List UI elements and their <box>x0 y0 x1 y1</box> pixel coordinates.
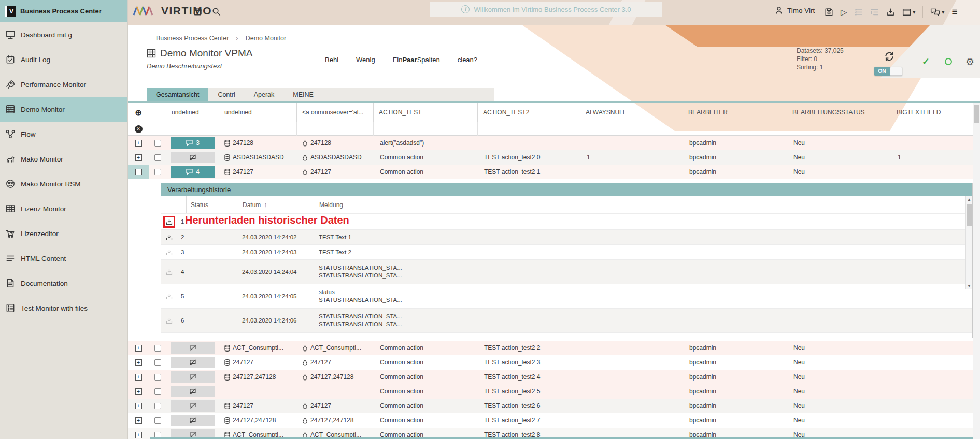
tab-meine[interactable]: MEINE <box>283 88 323 101</box>
einpaarspalten-button[interactable]: EinPaarSpalten <box>393 56 440 64</box>
expand-row-icon[interactable]: + <box>135 432 142 438</box>
row-checkbox[interactable] <box>154 359 161 366</box>
detail-column-datum[interactable]: Datum↑ <box>238 196 315 213</box>
filter-input[interactable] <box>580 122 683 136</box>
sidebar-item-mako-monitor[interactable]: Mako Monitor <box>0 147 127 171</box>
sidebar-item-html-content[interactable]: HTML Content <box>0 246 127 271</box>
table-row[interactable]: + 247127 247127 Common action TEST actio… <box>128 355 980 370</box>
expand-row-icon[interactable]: + <box>135 417 142 424</box>
sidebar-item-lizenzeditor[interactable]: Lizenzeditor <box>0 221 127 246</box>
row-checkbox[interactable] <box>154 388 161 395</box>
sidebar-item-test-monitor-files[interactable]: Test Monitor with files <box>0 296 127 320</box>
table-row[interactable]: + 247127,247128 247127,247128 Common act… <box>128 370 980 384</box>
expand-row-icon[interactable]: + <box>135 140 142 147</box>
window-menu[interactable]: ▾ <box>902 8 915 17</box>
column-header[interactable]: undefined <box>166 103 219 122</box>
filter-input[interactable] <box>891 122 980 136</box>
chat-count-badge[interactable]: 3 <box>171 137 215 149</box>
tab-gesamtansicht[interactable]: Gesamtansicht <box>147 88 208 101</box>
detail-row[interactable]: 5 24.03.2020 14:24:05 statusSTATUSTRANSL… <box>161 284 972 308</box>
sidebar-item-mako-monitor-rsm[interactable]: Mako Monitor RSM <box>0 171 127 196</box>
table-row-expanded[interactable]: − 4 247127 247127 Common action TEST act… <box>128 165 980 179</box>
menu-icon[interactable]: ≡ <box>951 6 957 18</box>
tab-contrl[interactable]: Contrl <box>208 88 244 101</box>
scroll-up-icon[interactable]: ▲ <box>967 196 971 203</box>
table-row[interactable]: + Common action TEST action_test2 5 bpca… <box>128 384 980 399</box>
detail-column-status[interactable]: Status <box>186 196 238 213</box>
scrollbar-thumb[interactable] <box>974 105 979 123</box>
breadcrumb-demo-monitor[interactable]: Demo Monitor <box>246 35 287 42</box>
column-header[interactable]: ALWAYSNULL <box>580 103 683 122</box>
filter-input[interactable] <box>219 122 297 136</box>
breadcrumb-bpc[interactable]: Business Process Center <box>156 35 229 42</box>
detail-column-meldung[interactable]: Meldung <box>315 196 417 213</box>
download-icon[interactable] <box>165 268 173 276</box>
sidebar-item-flow[interactable]: Flow <box>0 122 127 147</box>
download-icon[interactable] <box>165 248 173 256</box>
detail-row[interactable]: 4 24.03.2020 14:24:04 STATUSTRANSLATION_… <box>161 259 972 284</box>
sidebar-header[interactable]: V Business Process Center <box>0 0 127 22</box>
detail-row[interactable]: 1 Herunterladen historischer Daten <box>161 213 972 229</box>
row-checkbox[interactable] <box>154 417 161 424</box>
no-chat-badge[interactable] <box>171 386 215 397</box>
column-header[interactable]: BIGTEXTFIELD <box>891 103 980 122</box>
filter-input[interactable] <box>683 122 787 136</box>
tab-aperak[interactable]: Aperak <box>245 88 284 101</box>
row-checkbox[interactable] <box>154 403 161 409</box>
row-checkbox[interactable] <box>154 169 161 175</box>
filter-input[interactable] <box>787 122 891 136</box>
refresh-icon[interactable] <box>884 51 895 62</box>
sidebar-item-documentation[interactable]: Documentation <box>0 271 127 296</box>
save-state-icon[interactable] <box>825 8 833 17</box>
filter-input[interactable] <box>166 122 219 136</box>
expand-row-icon[interactable]: + <box>135 388 142 395</box>
expand-row-icon[interactable]: + <box>135 403 142 409</box>
table-row[interactable]: + 247127,247128 247127,247128 Common act… <box>128 413 980 428</box>
no-chat-badge[interactable] <box>171 152 215 163</box>
live-toggle[interactable]: ON <box>874 67 902 76</box>
no-chat-badge[interactable] <box>171 400 215 412</box>
expand-row-icon[interactable]: + <box>135 359 142 366</box>
detail-row[interactable]: 6 24.03.2020 14:24:06 STATUSTRANSLATION_… <box>161 308 972 332</box>
status-circle-icon[interactable] <box>945 58 952 65</box>
calendar-icon[interactable] <box>193 7 202 16</box>
indent-list-icon[interactable] <box>870 8 879 17</box>
detail-scrollbar-thumb[interactable] <box>967 204 972 226</box>
table-row[interactable]: + 247127 247127 Common action TEST actio… <box>128 399 980 413</box>
behi-button[interactable]: Behi <box>325 56 338 64</box>
table-vertical-scrollbar[interactable] <box>973 103 980 439</box>
download-icon[interactable] <box>165 317 173 325</box>
move-columns-icon[interactable]: ⊕ <box>135 108 141 118</box>
column-header[interactable]: <a onmouseover='al... <box>297 103 374 122</box>
no-chat-badge[interactable] <box>171 342 215 354</box>
row-checkbox[interactable] <box>154 154 161 161</box>
table-row[interactable]: + ACT_Consumpti... ACT_Consumpti... Comm… <box>128 341 980 355</box>
detail-row[interactable]: 2 24.03.2020 14:24:02 TEST Text 1 <box>161 229 972 244</box>
download-icon-highlighted[interactable] <box>165 218 173 226</box>
import-icon[interactable] <box>886 8 895 17</box>
sidebar-item-dashboard[interactable]: Dashboard mit g <box>0 22 127 47</box>
expand-row-icon[interactable]: + <box>135 154 142 161</box>
row-checkbox[interactable] <box>154 345 161 352</box>
download-icon[interactable] <box>165 292 173 300</box>
expand-row-icon[interactable]: + <box>135 345 142 352</box>
detail-row[interactable]: 7 24.03.2020 14:24:07 status <box>161 332 972 338</box>
expand-row-icon[interactable]: + <box>135 374 142 381</box>
clean-button[interactable]: clean? <box>458 56 477 64</box>
column-header[interactable]: ACTION_TEST <box>374 103 478 122</box>
clear-filters-icon[interactable]: ✕ <box>135 125 143 133</box>
sidebar-item-demo-monitor[interactable]: Demo Monitor <box>0 97 127 122</box>
scroll-down-icon[interactable]: ▼ <box>967 283 971 289</box>
table-row[interactable]: + ASDASDASDASD ASDASDASDASD Common actio… <box>128 150 980 165</box>
no-chat-badge[interactable] <box>171 415 215 426</box>
detail-scrollbar[interactable]: ▲ ▼ <box>965 196 972 289</box>
column-header[interactable]: BEARBEITER <box>683 103 787 122</box>
sidebar-item-performance-monitor[interactable]: Performance Monitor <box>0 72 127 97</box>
detail-row[interactable]: 3 24.03.2020 14:24:03 TEST Text 2 <box>161 244 972 259</box>
collapse-row-icon[interactable]: − <box>135 169 142 175</box>
column-header[interactable]: undefined <box>219 103 297 122</box>
table-row[interactable]: + 3 247128 247128 alert("asdadsd") bpcad… <box>128 136 980 150</box>
column-header[interactable]: ACTION_TEST2 <box>478 103 580 122</box>
chat-menu[interactable]: ▾ <box>930 8 944 17</box>
checklist-icon[interactable] <box>854 8 863 17</box>
